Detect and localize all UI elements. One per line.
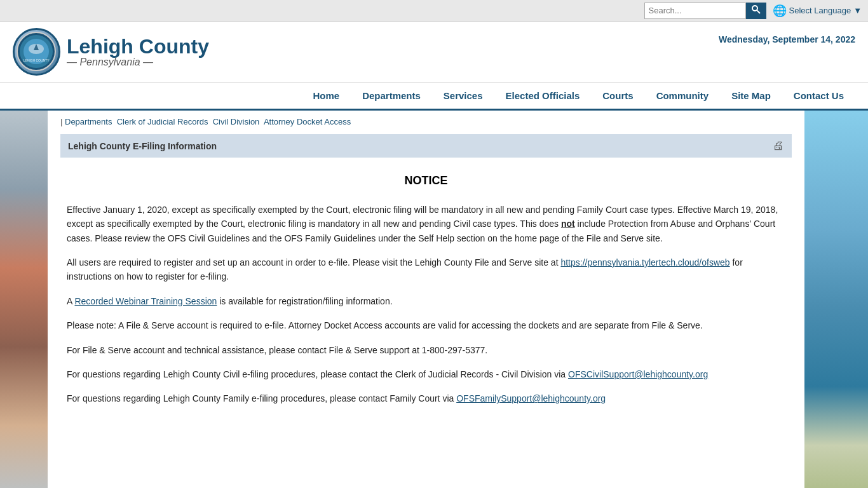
print-icon[interactable]: 🖨 (773, 139, 784, 152)
not-text: not (561, 219, 575, 229)
breadcrumb-civil[interactable]: Civil Division (213, 117, 260, 126)
county-name: Lehigh County (67, 36, 209, 57)
search-button[interactable] (746, 3, 766, 19)
logo-text: Lehigh County — Pennsylvania — (67, 36, 209, 68)
nav-services[interactable]: Services (432, 83, 494, 109)
language-label[interactable]: Select Language (789, 6, 851, 15)
state-name: — Pennsylvania — (67, 57, 153, 67)
main-content: | Departments Clerk of Judicial Records … (48, 111, 804, 488)
breadcrumb-attorney[interactable]: Attorney Docket Access (264, 117, 351, 126)
breadcrumb: | Departments Clerk of Judicial Records … (60, 117, 792, 126)
svg-line-1 (757, 11, 760, 14)
webinar-link[interactable]: Recorded Webinar Training Session (74, 296, 217, 306)
header: LEHIGH COUNTY Lehigh County — Pennsylvan… (0, 22, 868, 83)
left-sidebar (0, 111, 48, 488)
nav-site-map[interactable]: Site Map (720, 83, 782, 109)
search-input[interactable] (644, 3, 746, 19)
notice-heading: NOTICE (67, 172, 785, 190)
right-sidebar (804, 111, 868, 488)
main-nav: Home Departments Services Elected Offici… (0, 83, 868, 111)
logo-area[interactable]: LEHIGH COUNTY Lehigh County — Pennsylvan… (13, 28, 209, 76)
paragraph-7: For questions regarding Lehigh County Fa… (67, 391, 785, 405)
nav-community[interactable]: Community (645, 83, 721, 109)
civil-support-email[interactable]: OFSCivilSupport@lehighcounty.org (568, 369, 708, 379)
breadcrumb-departments[interactable]: Departments (65, 117, 112, 126)
paragraph-6: For questions regarding Lehigh County Ci… (67, 367, 785, 381)
globe-icon: 🌐 (773, 4, 787, 18)
paragraph-3: A Recorded Webinar Training Session is a… (67, 294, 785, 308)
nav-courts[interactable]: Courts (591, 83, 644, 109)
nav-elected-officials[interactable]: Elected Officials (494, 83, 592, 109)
article-content: NOTICE Effective January 1, 2020, except… (60, 159, 792, 429)
ofs-link[interactable]: https://pennsylvania.tylertech.cloud/ofs… (560, 257, 729, 268)
date-display: Wednesday, September 14, 2022 (719, 28, 855, 44)
content-wrapper: | Departments Clerk of Judicial Records … (0, 111, 868, 488)
logo-image: LEHIGH COUNTY (13, 28, 60, 76)
page-title-box: Lehigh County E-Filing Information 🖨 (60, 134, 792, 158)
family-support-email[interactable]: OFSFamilySupport@lehighcounty.org (456, 393, 606, 403)
paragraph-2: All users are required to register and s… (67, 255, 785, 284)
paragraph-1: Effective January 1, 2020, except as spe… (67, 203, 785, 245)
svg-point-0 (752, 6, 757, 11)
nav-home[interactable]: Home (301, 83, 351, 109)
paragraph-5: For File & Serve account and technical a… (67, 343, 785, 357)
nav-departments[interactable]: Departments (351, 83, 432, 109)
page-title: Lehigh County E-Filing Information (68, 141, 217, 151)
breadcrumb-clerk[interactable]: Clerk of Judicial Records (117, 117, 208, 126)
search-form[interactable] (644, 3, 766, 19)
paragraph-4: Please note: A File & Serve account is r… (67, 318, 785, 332)
left-sidebar-background (0, 111, 48, 488)
top-bar: 🌐 Select Language ▼ (0, 0, 868, 22)
svg-text:LEHIGH COUNTY: LEHIGH COUNTY (23, 58, 50, 62)
nav-contact-us[interactable]: Contact Us (782, 83, 855, 109)
language-selector[interactable]: 🌐 Select Language ▼ (773, 4, 862, 18)
chevron-down-icon: ▼ (853, 6, 862, 15)
